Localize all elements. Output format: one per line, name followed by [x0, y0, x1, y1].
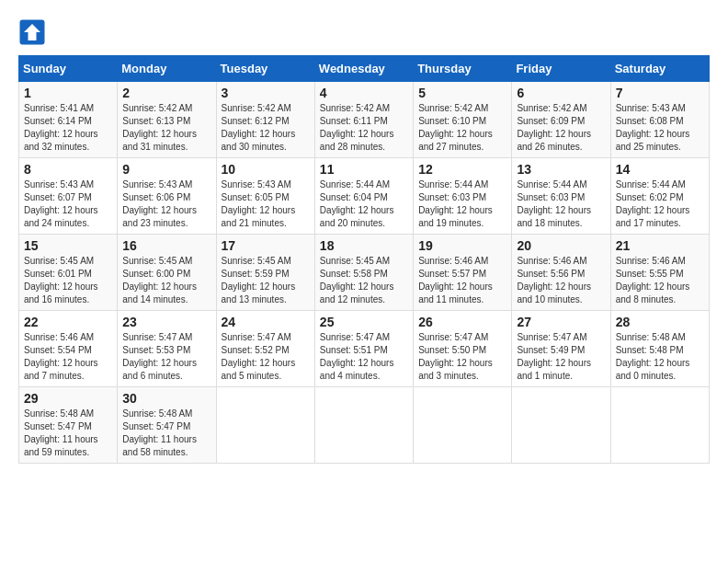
weekday-header: Thursday [414, 56, 512, 82]
calendar-cell: 4 Sunrise: 5:42 AMSunset: 6:11 PMDayligh… [314, 82, 413, 158]
calendar-cell: 25 Sunrise: 5:47 AMSunset: 5:51 PMDaylig… [314, 311, 413, 387]
calendar-cell: 21 Sunrise: 5:46 AMSunset: 5:55 PMDaylig… [610, 235, 709, 311]
day-info: Sunrise: 5:42 AMSunset: 6:12 PMDaylight:… [222, 102, 310, 154]
day-number: 6 [517, 86, 605, 100]
day-number: 3 [222, 86, 310, 100]
day-info: Sunrise: 5:45 AMSunset: 6:01 PMDaylight:… [24, 255, 112, 306]
calendar-cell [314, 387, 413, 464]
day-info: Sunrise: 5:45 AMSunset: 5:59 PMDaylight:… [222, 255, 310, 306]
weekday-header-row: SundayMondayTuesdayWednesdayThursdayFrid… [19, 56, 710, 82]
day-number: 16 [122, 238, 210, 253]
day-number: 15 [24, 238, 112, 253]
day-info: Sunrise: 5:43 AMSunset: 6:06 PMDaylight:… [122, 178, 210, 230]
calendar-cell: 22 Sunrise: 5:46 AMSunset: 5:54 PMDaylig… [19, 311, 118, 387]
day-info: Sunrise: 5:42 AMSunset: 6:09 PMDaylight:… [517, 102, 605, 154]
day-info: Sunrise: 5:45 AMSunset: 6:00 PMDaylight:… [122, 255, 210, 306]
day-info: Sunrise: 5:48 AMSunset: 5:47 PMDaylight:… [24, 408, 112, 459]
calendar-cell: 5 Sunrise: 5:42 AMSunset: 6:10 PMDayligh… [414, 82, 512, 158]
day-info: Sunrise: 5:44 AMSunset: 6:03 PMDaylight:… [418, 178, 506, 230]
calendar-week-row: 8 Sunrise: 5:43 AMSunset: 6:07 PMDayligh… [19, 158, 710, 235]
day-number: 14 [616, 162, 704, 177]
calendar-cell: 9 Sunrise: 5:43 AMSunset: 6:06 PMDayligh… [118, 158, 216, 235]
day-number: 2 [122, 86, 210, 100]
day-number: 17 [222, 238, 310, 253]
day-number: 12 [418, 162, 506, 177]
calendar-cell: 8 Sunrise: 5:43 AMSunset: 6:07 PMDayligh… [19, 158, 118, 235]
calendar-cell: 11 Sunrise: 5:44 AMSunset: 6:04 PMDaylig… [314, 158, 413, 235]
calendar-week-row: 22 Sunrise: 5:46 AMSunset: 5:54 PMDaylig… [19, 311, 710, 387]
day-info: Sunrise: 5:47 AMSunset: 5:51 PMDaylight:… [320, 331, 408, 383]
logo [18, 18, 50, 46]
day-info: Sunrise: 5:43 AMSunset: 6:05 PMDaylight:… [222, 178, 310, 230]
calendar-cell: 19 Sunrise: 5:46 AMSunset: 5:57 PMDaylig… [414, 235, 512, 311]
day-info: Sunrise: 5:46 AMSunset: 5:54 PMDaylight:… [24, 331, 112, 383]
day-info: Sunrise: 5:44 AMSunset: 6:04 PMDaylight:… [320, 178, 408, 230]
calendar-cell [610, 387, 709, 464]
calendar-cell: 16 Sunrise: 5:45 AMSunset: 6:00 PMDaylig… [118, 235, 216, 311]
calendar-cell [414, 387, 512, 464]
day-info: Sunrise: 5:42 AMSunset: 6:11 PMDaylight:… [320, 102, 408, 154]
day-number: 19 [418, 238, 506, 253]
calendar-cell: 14 Sunrise: 5:44 AMSunset: 6:02 PMDaylig… [610, 158, 709, 235]
logo-icon [18, 18, 46, 46]
page-header [18, 18, 710, 46]
calendar-cell: 6 Sunrise: 5:42 AMSunset: 6:09 PMDayligh… [512, 82, 610, 158]
calendar-cell: 12 Sunrise: 5:44 AMSunset: 6:03 PMDaylig… [414, 158, 512, 235]
calendar-body: 1 Sunrise: 5:41 AMSunset: 6:14 PMDayligh… [19, 82, 710, 464]
day-info: Sunrise: 5:47 AMSunset: 5:49 PMDaylight:… [517, 331, 605, 383]
calendar-cell: 17 Sunrise: 5:45 AMSunset: 5:59 PMDaylig… [216, 235, 314, 311]
day-number: 21 [616, 238, 704, 253]
calendar-table: SundayMondayTuesdayWednesdayThursdayFrid… [18, 55, 710, 464]
day-info: Sunrise: 5:45 AMSunset: 5:58 PMDaylight:… [320, 255, 408, 306]
day-info: Sunrise: 5:43 AMSunset: 6:07 PMDaylight:… [24, 178, 112, 230]
calendar-cell: 18 Sunrise: 5:45 AMSunset: 5:58 PMDaylig… [314, 235, 413, 311]
day-info: Sunrise: 5:46 AMSunset: 5:55 PMDaylight:… [616, 255, 704, 306]
weekday-header: Sunday [19, 56, 118, 82]
day-number: 5 [418, 86, 506, 100]
calendar-cell: 27 Sunrise: 5:47 AMSunset: 5:49 PMDaylig… [512, 311, 610, 387]
calendar-cell: 24 Sunrise: 5:47 AMSunset: 5:52 PMDaylig… [216, 311, 314, 387]
day-number: 9 [122, 162, 210, 177]
calendar-cell: 1 Sunrise: 5:41 AMSunset: 6:14 PMDayligh… [19, 82, 118, 158]
calendar-cell: 7 Sunrise: 5:43 AMSunset: 6:08 PMDayligh… [610, 82, 709, 158]
weekday-header: Saturday [610, 56, 709, 82]
day-number: 30 [122, 391, 210, 406]
calendar-week-row: 1 Sunrise: 5:41 AMSunset: 6:14 PMDayligh… [19, 82, 710, 158]
day-info: Sunrise: 5:41 AMSunset: 6:14 PMDaylight:… [24, 102, 112, 154]
day-number: 13 [517, 162, 605, 177]
calendar-cell: 29 Sunrise: 5:48 AMSunset: 5:47 PMDaylig… [19, 387, 118, 464]
calendar-cell: 3 Sunrise: 5:42 AMSunset: 6:12 PMDayligh… [216, 82, 314, 158]
day-number: 28 [616, 315, 704, 329]
day-info: Sunrise: 5:47 AMSunset: 5:53 PMDaylight:… [122, 331, 210, 383]
calendar-cell: 13 Sunrise: 5:44 AMSunset: 6:03 PMDaylig… [512, 158, 610, 235]
weekday-header: Wednesday [314, 56, 413, 82]
calendar-cell: 30 Sunrise: 5:48 AMSunset: 5:47 PMDaylig… [118, 387, 216, 464]
calendar-week-row: 15 Sunrise: 5:45 AMSunset: 6:01 PMDaylig… [19, 235, 710, 311]
calendar-cell: 10 Sunrise: 5:43 AMSunset: 6:05 PMDaylig… [216, 158, 314, 235]
calendar-cell [512, 387, 610, 464]
day-number: 22 [24, 315, 112, 329]
day-info: Sunrise: 5:42 AMSunset: 6:10 PMDaylight:… [418, 102, 506, 154]
day-number: 26 [418, 315, 506, 329]
day-info: Sunrise: 5:46 AMSunset: 5:56 PMDaylight:… [517, 255, 605, 306]
day-info: Sunrise: 5:44 AMSunset: 6:03 PMDaylight:… [517, 178, 605, 230]
day-info: Sunrise: 5:48 AMSunset: 5:47 PMDaylight:… [122, 408, 210, 459]
calendar-header: SundayMondayTuesdayWednesdayThursdayFrid… [19, 56, 710, 82]
calendar-cell: 23 Sunrise: 5:47 AMSunset: 5:53 PMDaylig… [118, 311, 216, 387]
day-number: 24 [222, 315, 310, 329]
day-number: 20 [517, 238, 605, 253]
calendar-cell: 20 Sunrise: 5:46 AMSunset: 5:56 PMDaylig… [512, 235, 610, 311]
day-info: Sunrise: 5:47 AMSunset: 5:50 PMDaylight:… [418, 331, 506, 383]
weekday-header: Tuesday [216, 56, 314, 82]
day-number: 1 [24, 86, 112, 100]
day-number: 25 [320, 315, 408, 329]
calendar-cell [216, 387, 314, 464]
day-number: 11 [320, 162, 408, 177]
weekday-header: Monday [118, 56, 216, 82]
day-number: 8 [24, 162, 112, 177]
day-number: 4 [320, 86, 408, 100]
calendar-cell: 26 Sunrise: 5:47 AMSunset: 5:50 PMDaylig… [414, 311, 512, 387]
weekday-header: Friday [512, 56, 610, 82]
calendar-week-row: 29 Sunrise: 5:48 AMSunset: 5:47 PMDaylig… [19, 387, 710, 464]
day-number: 27 [517, 315, 605, 329]
